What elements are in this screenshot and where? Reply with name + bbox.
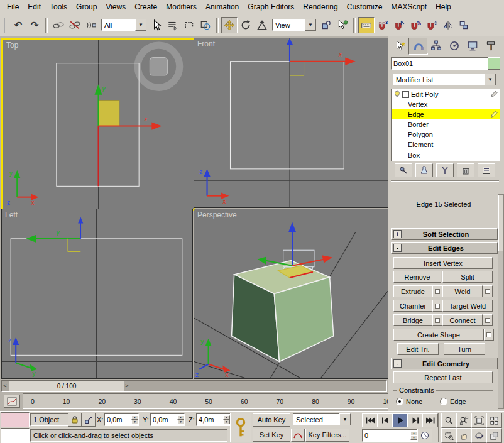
target-weld-button[interactable]: Target Weld [442,300,493,312]
collapse-icon[interactable]: - [393,244,402,252]
tab-create[interactable] [390,38,408,53]
open-mini-curve-editor-button[interactable] [4,395,20,408]
toolbar-grip[interactable] [4,18,8,33]
viewport-left[interactable]: y z y Left [1,209,193,379]
angle-snap-button[interactable] [391,17,407,33]
maxscript-listener-pane[interactable] [1,428,30,443]
time-next-arrow[interactable]: > [124,382,130,390]
menu-item[interactable]: Modifiers [162,1,201,13]
key-filters-button[interactable]: Key Filters... [305,429,349,442]
create-shape-button[interactable]: Create Shape [393,329,484,341]
key-selection-dropdown[interactable]: Selected ▼ [293,413,351,425]
auto-key-button[interactable]: Auto Key [253,413,290,427]
select-by-name-button[interactable] [165,17,181,33]
frame-spinner[interactable]: ▲▼ [410,430,417,441]
extrude-button[interactable]: Extrude [393,285,432,297]
chevron-down-icon[interactable]: ▼ [339,413,351,425]
weld-settings-button[interactable] [483,285,493,297]
z-spinner[interactable]: ▲▼ [223,414,230,425]
rollout-edit-geometry[interactable]: - Edit Geometry [391,358,498,369]
split-button[interactable]: Split [442,271,493,283]
stack-row-vertex[interactable]: Vertex [392,99,500,109]
menu-item[interactable]: Views [101,1,130,13]
select-and-link-button[interactable] [50,17,67,33]
chevron-down-icon[interactable]: ▼ [485,74,496,85]
time-configuration-button[interactable] [417,429,432,442]
time-slider-handle[interactable]: 0 / 100 [9,381,124,391]
object-name-field[interactable]: Box01 [391,57,488,70]
tab-display[interactable] [463,38,481,53]
redo-button[interactable]: ↷ [26,17,43,33]
left-viewport-canvas[interactable]: y z y [2,209,192,378]
bind-to-spacewarp-button[interactable] [83,17,99,33]
pin-stack-button[interactable] [395,163,412,177]
menu-item[interactable]: Animation [201,1,243,13]
connect-button[interactable]: Connect [442,314,483,326]
undo-button[interactable]: ↶ [10,17,26,33]
expand-icon[interactable]: + [393,230,402,238]
menu-item[interactable]: Group [72,1,101,13]
collapse-icon[interactable]: - [393,359,402,368]
configure-modifier-sets-button[interactable] [478,163,495,177]
set-keys-button[interactable] [230,413,251,442]
selection-lock-toggle[interactable] [68,413,82,427]
collapse-tree-icon[interactable]: − [402,91,409,98]
bridge-button[interactable]: Bridge [393,314,432,326]
connect-settings-button[interactable] [483,314,493,326]
time-slider-track[interactable]: < 0 / 100 > [1,380,387,392]
chevron-down-icon[interactable]: ▼ [305,19,316,31]
unlink-selection-button[interactable] [67,17,83,33]
spinner-snap-button[interactable] [424,17,440,33]
zoom-extents-all-button[interactable] [486,413,502,428]
modifier-list-dropdown[interactable]: Modifier List ▼ [393,74,496,85]
x-spinner[interactable]: ▲▼ [131,414,138,425]
previous-frame-button[interactable] [377,413,393,427]
select-and-rotate-button[interactable] [238,17,254,33]
tab-modify[interactable] [408,38,428,55]
select-and-move-button[interactable] [221,17,238,33]
menu-item[interactable]: Help [431,1,456,13]
y-spinner[interactable]: ▲▼ [177,414,184,425]
menu-item[interactable]: File [3,1,23,13]
create-shape-settings-button[interactable] [484,329,494,341]
tab-utilities[interactable] [481,38,500,53]
window-crossing-button[interactable] [197,17,214,33]
rollout-edit-edges[interactable]: - Edit Edges [391,242,498,254]
chamfer-button[interactable]: Chamfer [393,300,432,312]
select-object-button[interactable] [148,17,165,33]
modifier-stack-list[interactable]: − Edit Poly Vertex Edge Border Polygon E… [391,89,500,161]
scrollbar-thumb[interactable] [498,195,503,251]
x-coordinate-field[interactable]: 0,0m ▲▼ [104,413,139,426]
viewport-perspective-label[interactable]: Perspective [197,211,237,219]
perspective-viewport-canvas[interactable]: y x z [194,209,388,378]
menu-item[interactable]: Rendering [299,1,342,13]
rectangular-selection-region-button[interactable] [181,17,197,33]
extrude-settings-button[interactable] [432,285,442,297]
remove-modifier-button[interactable] [457,163,474,177]
show-end-result-button[interactable] [415,163,433,177]
stack-row-edge[interactable]: Edge [392,109,500,119]
y-coordinate-field[interactable]: 0,0m ▲▼ [150,413,185,426]
zoom-extents-button[interactable] [471,413,487,428]
time-prev-arrow[interactable]: < [2,382,8,390]
stack-row-border[interactable]: Border [392,119,500,129]
chevron-down-icon[interactable]: ▼ [135,19,146,31]
rollout-soft-selection[interactable]: + Soft Selection [391,228,498,240]
tab-motion[interactable] [445,38,463,53]
set-key-button[interactable]: Set Key [253,429,290,442]
constraint-none-radio[interactable]: None [396,398,422,405]
percent-snap-button[interactable]: % [407,17,424,33]
menu-item[interactable]: Tools [45,1,72,13]
default-tangent-button[interactable] [291,429,305,442]
object-color-swatch[interactable] [488,57,500,70]
align-button[interactable] [456,17,473,33]
keyboard-shortcut-override-button[interactable] [358,17,375,33]
z-coordinate-field[interactable]: 4,0m ▲▼ [196,413,231,426]
menu-item[interactable]: Edit [23,1,45,13]
stack-row-box[interactable]: Box [392,150,500,160]
weld-button[interactable]: Weld [442,285,483,297]
maximize-viewport-toggle[interactable] [486,428,502,443]
go-to-end-button[interactable] [422,413,438,427]
menu-item[interactable]: Create [130,1,162,13]
turn-button[interactable]: Turn [444,343,485,355]
